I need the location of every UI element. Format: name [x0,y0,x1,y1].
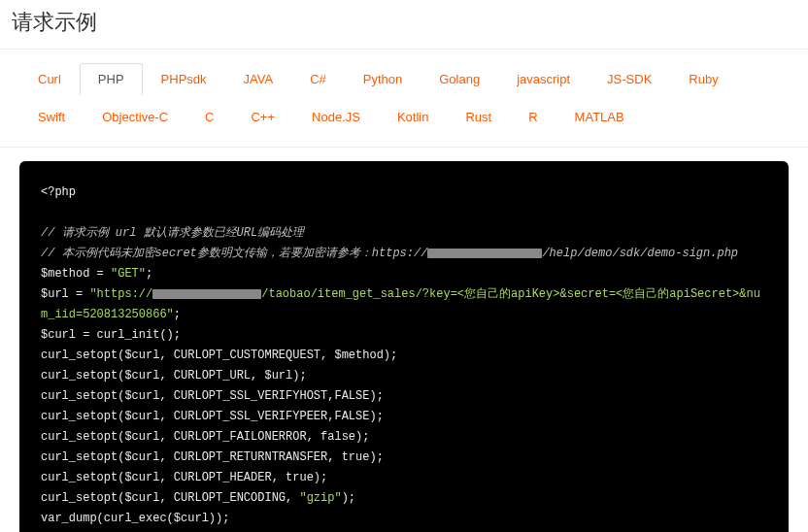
tab-kotlin[interactable]: Kotlin [379,101,448,133]
code-line: curl_setopt($curl, CURLOPT_FAILONERROR, … [41,430,369,444]
code-line: curl_setopt($curl, CURLOPT_CUSTOMREQUEST… [41,349,397,362]
tab-java[interactable]: JAVA [225,63,292,95]
code-line: curl_setopt($curl, CURLOPT_HEADER, true)… [41,471,327,484]
tab-c[interactable]: C [186,101,232,133]
tab-r[interactable]: R [510,101,556,133]
code-line: $curl = curl_init(); [41,328,181,342]
code-line: <?php [41,185,76,199]
tab-csharp[interactable]: C# [291,63,345,95]
code-line: curl_setopt($curl, CURLOPT_URL, $url); [41,369,307,382]
code-line: curl_setopt($curl, CURLOPT_SSL_VERIFYHOS… [41,389,384,403]
code-block[interactable]: <?php // 请求示例 url 默认请求参数已经URL编码处理 // 本示例… [19,161,789,532]
tab-rust[interactable]: Rust [447,101,510,133]
censored-text [427,249,542,258]
code-line: curl_setopt($curl, CURLOPT_ENCODING, "gz… [41,491,355,505]
tab-javascript[interactable]: javascript [498,63,589,95]
tab-phpsdk[interactable]: PHPsdk [143,63,225,95]
code-line: curl_setopt($curl, CURLOPT_SSL_VERIFYPEE… [41,410,384,423]
language-tabs: Curl PHP PHPsdk JAVA C# Python Golang ja… [0,50,808,148]
code-line: $method = "GET"; [41,267,152,281]
censored-text [152,289,261,299]
tab-jssdk[interactable]: JS-SDK [589,63,670,95]
code-panel: <?php // 请求示例 url 默认请求参数已经URL编码处理 // 本示例… [0,148,808,532]
tab-cpp[interactable]: C++ [232,101,293,133]
tab-php[interactable]: PHP [80,63,143,95]
tab-python[interactable]: Python [345,63,421,95]
code-line: $url = "https:///taobao/item_get_sales/?… [41,287,760,321]
code-comment: // 本示例代码未加密secret参数明文传输，若要加密请参考：https://… [41,247,738,260]
tab-nodejs[interactable]: Node.JS [293,101,379,133]
tab-golang[interactable]: Golang [421,63,498,95]
code-line: curl_setopt($curl, CURLOPT_RETURNTRANSFE… [41,450,384,464]
code-comment: // 请求示例 url 默认请求参数已经URL编码处理 [41,226,304,240]
tab-ruby[interactable]: Ruby [670,63,736,95]
tab-objc[interactable]: Objective-C [84,101,186,133]
tab-curl[interactable]: Curl [19,63,80,95]
tab-matlab[interactable]: MATLAB [556,101,643,133]
code-line: var_dump(curl_exec($curl)); [41,512,229,525]
tab-swift[interactable]: Swift [19,101,84,133]
page-title: 请求示例 [0,0,808,50]
